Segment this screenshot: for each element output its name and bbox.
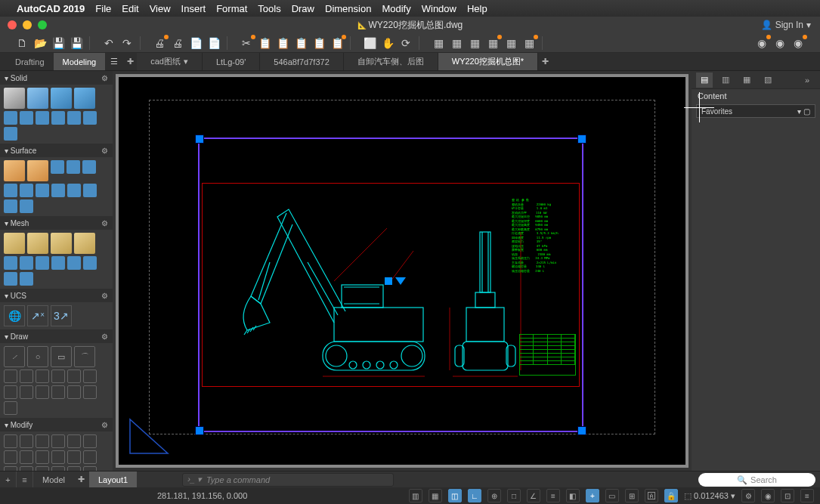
undo-icon[interactable]: ↶ [102, 36, 116, 50]
menu-help[interactable]: Help [467, 3, 487, 14]
extrude-tool[interactable] [27, 88, 48, 109]
save-icon[interactable]: 💾 [51, 36, 65, 50]
add-tab-button[interactable]: ✚ [123, 53, 137, 70]
surf-offset-tool[interactable] [4, 184, 17, 197]
match-icon[interactable]: 📋 [294, 36, 308, 50]
anno-scale-value[interactable]: ⬚ 0.012463 ▾ [684, 491, 735, 501]
collapse-palette-button[interactable]: » [799, 73, 815, 88]
scale-tool[interactable] [83, 434, 97, 448]
coordinates-readout[interactable]: 281.181, 191.156, 0.000 [157, 491, 247, 500]
plot-icon[interactable]: 🖨 [153, 36, 166, 50]
imprint-tool[interactable] [83, 111, 97, 125]
layout1-tab[interactable]: Layout1 [89, 472, 137, 487]
anno-scale-lock[interactable]: 🔒 [664, 489, 678, 502]
gear-icon[interactable]: ⚙ [101, 74, 108, 82]
doctab-2[interactable]: 546a8f7d7f372 [260, 53, 343, 70]
surf-blend-tool[interactable] [67, 160, 80, 174]
mirror-tool[interactable] [67, 434, 81, 448]
surf-fillet-tool[interactable] [83, 184, 97, 197]
offset-tool[interactable] [51, 450, 65, 464]
ucs-3point-tool[interactable]: 3↗ [51, 305, 72, 326]
box-tool[interactable] [4, 88, 25, 109]
mesh-refine-tool[interactable] [51, 233, 72, 254]
sweep-tool[interactable] [74, 88, 95, 109]
panel-modify-header[interactable]: ▾ Modify⚙ [0, 418, 113, 431]
surf-cv-tool[interactable] [20, 199, 33, 213]
tool-palette-icon[interactable]: ▦ [486, 36, 500, 50]
surf-extract-tool[interactable] [4, 199, 17, 213]
rectangle-tool[interactable]: ▭ [51, 346, 72, 367]
publish-icon[interactable]: 📄 [189, 36, 203, 50]
zoom-window-icon[interactable]: ⬜ [363, 36, 376, 50]
join-tool[interactable] [67, 466, 81, 471]
properties-tab[interactable]: ▥ [717, 73, 734, 88]
rotate-tool[interactable] [20, 434, 33, 448]
arc-tool[interactable]: ⌒ [74, 346, 95, 367]
content-tab[interactable]: ▤ [696, 73, 713, 88]
add-layout-button[interactable]: + [0, 472, 17, 487]
snap-toggle[interactable]: ◫ [448, 489, 462, 502]
cloud-icon[interactable]: ◉ [755, 36, 769, 50]
menu-modify[interactable]: Modify [382, 3, 410, 14]
paper-toggle[interactable]: ▥ [409, 489, 422, 502]
layers-tab[interactable]: ▦ [738, 73, 755, 88]
grip-br[interactable] [578, 427, 586, 434]
surf-sculpt-tool[interactable] [67, 184, 81, 197]
panel-solid-header[interactable]: ▾ Solid⚙ [0, 71, 113, 85]
mesh-merge-tool[interactable] [51, 256, 65, 270]
revision-tool[interactable] [4, 401, 17, 415]
gear-icon[interactable]: ⚙ [101, 332, 108, 341]
reverse-tool[interactable] [83, 466, 97, 471]
copy-tool[interactable] [4, 466, 17, 471]
move-tool[interactable] [4, 434, 17, 448]
gear-icon[interactable]: ⚙ [101, 421, 108, 429]
doctab-0[interactable]: cad图纸▾ [137, 53, 203, 70]
workspace-modeling[interactable]: Modeling [54, 53, 106, 70]
wipeout-tool[interactable] [67, 385, 81, 399]
osnap-toggle[interactable]: □ [507, 489, 521, 502]
window-close-button[interactable] [8, 20, 17, 29]
copy-icon[interactable]: 📋 [258, 36, 271, 50]
ucs-world-tool[interactable]: 🌐 [4, 305, 25, 326]
mesh-spin-tool[interactable] [4, 272, 17, 286]
ucs-x-tool[interactable]: ↗ˣ [27, 305, 48, 326]
isolate-toggle[interactable]: ⊡ [781, 489, 794, 502]
subtract-tool[interactable] [20, 111, 33, 125]
new-icon[interactable]: 🗋 [15, 36, 29, 50]
mesh-box-tool[interactable] [4, 233, 25, 254]
gear-icon[interactable]: ⚙ [101, 292, 108, 300]
panel-mesh-header[interactable]: ▾ Mesh⚙ [0, 216, 113, 230]
menu-draw[interactable]: Draw [292, 3, 314, 14]
extend-tool[interactable] [51, 434, 65, 448]
favorites-dropdown[interactable]: Favorites ▾ ▢ [696, 104, 815, 118]
break-tool[interactable] [51, 466, 65, 471]
mesh-convert-tool[interactable] [20, 272, 33, 286]
transparency-toggle[interactable]: ◧ [566, 489, 580, 502]
doctab-3[interactable]: 自卸汽车侧、后图 [344, 53, 438, 70]
line-tool[interactable] [4, 369, 17, 383]
paper-space[interactable]: 整 机 参 数 整机质量 22000 kg 铲斗容量 1.0 m3 发动机功率 … [116, 74, 688, 468]
menu-dimension[interactable]: Dimension [325, 3, 371, 14]
mesh-smooth-tool[interactable] [27, 233, 48, 254]
grip-tr[interactable] [578, 135, 586, 143]
spline-tool[interactable] [20, 369, 33, 383]
share-icon[interactable]: ◉ [773, 36, 787, 50]
window-minimize-button[interactable] [23, 20, 32, 29]
mesh-split-tool[interactable] [20, 256, 33, 270]
panel-surface-header[interactable]: ▾ Surface⚙ [0, 144, 113, 157]
mesh-collapse-tool[interactable] [83, 256, 97, 270]
mesh-extrude-tool[interactable] [36, 256, 49, 270]
ellipse-tool[interactable] [36, 369, 49, 383]
cut-icon[interactable]: ✂ [240, 36, 253, 50]
blocks-tab[interactable]: ▧ [760, 73, 776, 88]
open-icon[interactable]: 📂 [33, 36, 47, 50]
paste-icon[interactable]: 📋 [276, 36, 289, 50]
new-doc-button[interactable]: ✚ [538, 53, 552, 70]
preview-icon[interactable]: 🖨 [171, 36, 184, 50]
revolve-tool[interactable] [51, 88, 72, 109]
xline-tool[interactable] [51, 385, 65, 399]
saveas-icon[interactable]: 💾 [70, 36, 83, 50]
workspace-drafting[interactable]: Drafting [6, 53, 54, 70]
menu-window[interactable]: Window [422, 3, 456, 14]
ray-tool[interactable] [36, 385, 49, 399]
